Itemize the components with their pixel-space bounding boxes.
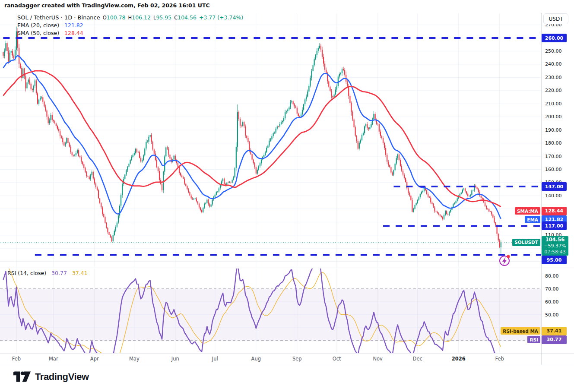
time-axis-label: Mar xyxy=(41,356,66,362)
sma-legend-value: 128.44 xyxy=(64,30,83,36)
symbol-legend-row[interactable]: SOL / TetherUS · 1D · BinanceO100.78H106… xyxy=(17,14,243,21)
last-price-value: 104.56 xyxy=(542,237,568,243)
ohlc-letter: O xyxy=(103,15,107,21)
tradingview-chart-app: ranadagger created with TradingView.com,… xyxy=(0,0,574,392)
ohlc-letter: C xyxy=(174,15,178,21)
time-axis-label: Jul xyxy=(203,356,227,362)
symbol-axis-name-label: SOLUSDT xyxy=(512,239,540,246)
price-axis-tick: 140.00 xyxy=(545,193,573,199)
time-axis-label: Aug xyxy=(244,356,268,362)
price-axis-tick: 230.00 xyxy=(545,75,573,80)
rsi-pane-legend[interactable]: RSI (14, close) 30.77 37.41 xyxy=(7,270,88,276)
chart-canvas[interactable] xyxy=(0,0,574,392)
price-axis-tick: 210.00 xyxy=(545,101,573,107)
symbol-title[interactable]: SOL / TetherUS · 1D · Binance xyxy=(17,14,100,21)
rsi-ma-axis-value-label: 37.41 xyxy=(542,327,567,335)
tradingview-logo[interactable]: TradingView xyxy=(13,370,89,383)
pane-separator[interactable] xyxy=(0,268,574,268)
price-level-label: 260.00 xyxy=(542,34,567,42)
sma-legend-row[interactable]: SMA (50, close) 128.44 xyxy=(17,30,243,37)
price-axis-tick: 170.00 xyxy=(545,154,573,159)
rsi-axis-value-label: 30.77 xyxy=(542,335,567,344)
tradingview-logo-icon xyxy=(13,370,31,383)
time-axis-border xyxy=(0,353,574,354)
ohlc-value: 104.56 xyxy=(178,14,197,21)
time-axis-label: Feb xyxy=(4,356,29,362)
price-level-label: 147.00 xyxy=(542,182,567,191)
time-axis-label: Jun xyxy=(163,356,187,362)
ohlc-value: 100.78 xyxy=(107,14,126,21)
ohlc-letter: H xyxy=(128,15,132,21)
sma-axis-value-label: 128.44 xyxy=(542,207,567,215)
sma-axis-name-label: SMA:MA xyxy=(515,207,540,215)
ema-legend-label: EMA (20, close) xyxy=(17,22,59,28)
time-axis-label: Feb xyxy=(488,356,512,362)
change-value: +3.77 (+3.74%) xyxy=(199,14,243,21)
ema-legend-row[interactable]: EMA (20, close) 121.82 xyxy=(17,22,243,29)
price-level-label: 117.00 xyxy=(542,221,567,230)
rsi-axis-tick: 60.00 xyxy=(545,299,573,305)
rsi-axis-tick: 80.00 xyxy=(545,273,573,279)
price-axis-tick: 220.00 xyxy=(545,88,573,93)
bar-countdown: 07:58:43 xyxy=(542,249,568,256)
ohlc-value: 95.95 xyxy=(156,14,171,21)
rsi-ma-legend-value: 37.41 xyxy=(72,270,88,276)
rsi-axis-tick: 70.00 xyxy=(545,286,573,292)
tradingview-logo-text: TradingView xyxy=(35,371,89,383)
rsi-legend-label: RSI (14, close) xyxy=(7,270,46,276)
time-axis-label: Oct xyxy=(325,356,349,362)
sma-legend-label: SMA (50, close) xyxy=(17,30,59,36)
price-pane-legend: SOL / TetherUS · 1D · BinanceO100.78H106… xyxy=(17,14,243,38)
price-level-label: 95.00 xyxy=(542,256,567,264)
time-axis-label: Sep xyxy=(285,356,309,362)
ema-legend-value: 121.82 xyxy=(64,22,83,28)
lightning-icon[interactable] xyxy=(500,255,510,266)
price-axis-tick: 160.00 xyxy=(545,167,573,172)
rsi-ma-axis-name-label: RSI-based MA xyxy=(501,327,540,335)
price-axis-tick: 190.00 xyxy=(545,127,573,133)
rsi-axis-tick: 50.00 xyxy=(545,312,573,318)
ohlc-value: 106.12 xyxy=(132,14,151,21)
ema-axis-name-label: EMA xyxy=(525,216,540,223)
price-axis-tick: 250.00 xyxy=(545,48,573,54)
rsi-legend-value: 30.77 xyxy=(51,270,67,276)
change-percent-value: −59.37% xyxy=(542,243,568,250)
ohlc-values: O100.78H106.12L95.95C104.56 xyxy=(100,14,197,21)
time-axis-label: Dec xyxy=(406,356,430,362)
time-axis-label: May xyxy=(122,356,146,362)
time-axis-label: Nov xyxy=(366,356,390,362)
last-price-label: 104.56 −59.37% 07:58:43 xyxy=(542,236,568,256)
time-axis-label: 2026 xyxy=(447,356,471,362)
price-axis-tick: 240.00 xyxy=(545,61,573,67)
price-axis-tick: 180.00 xyxy=(545,140,573,146)
bottom-border xyxy=(0,365,574,365)
time-axis-label: Apr xyxy=(82,356,107,362)
price-axis-tick: 200.00 xyxy=(545,114,573,120)
currency-toggle-button[interactable]: USDT xyxy=(543,13,568,24)
rsi-axis-name-label: RSI xyxy=(527,336,540,343)
